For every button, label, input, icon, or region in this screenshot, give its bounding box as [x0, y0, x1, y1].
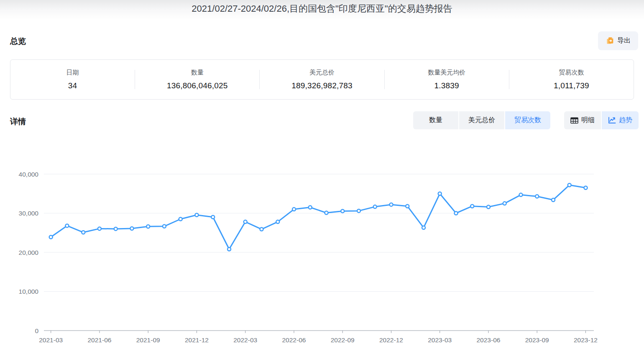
- x-axis-tick-label: 2021-03: [39, 336, 63, 344]
- overview-stats-card: 日期 34 数量 136,806,046,025 美元总价 189,326,98…: [10, 59, 634, 100]
- report-page: 2021/02/27-2024/02/26,目的国包含"印度尼西亚"的交易趋势报…: [0, 0, 644, 354]
- x-axis-tick-label: 2021-12: [185, 336, 209, 344]
- export-document-icon: [606, 36, 614, 45]
- data-point[interactable]: [519, 193, 523, 197]
- export-button[interactable]: 导出: [598, 31, 638, 50]
- x-axis-tick-label: 2023-12: [574, 336, 598, 344]
- tab-quantity[interactable]: 数量: [413, 111, 458, 129]
- stat-label: 日期: [10, 69, 135, 77]
- stat-label: 数量: [135, 69, 259, 77]
- data-point[interactable]: [470, 205, 474, 208]
- data-point[interactable]: [309, 206, 312, 209]
- detail-heading: 详情: [10, 116, 26, 127]
- x-axis-tick-label: 2022-09: [331, 336, 355, 344]
- metric-tab-group: 数量 美元总价 贸易次数: [413, 111, 550, 129]
- data-point[interactable]: [325, 211, 328, 215]
- data-point[interactable]: [195, 213, 198, 217]
- y-axis-tick-label: 20,000: [19, 249, 39, 256]
- data-point[interactable]: [552, 198, 555, 202]
- data-point[interactable]: [82, 231, 85, 234]
- tab-label: 明细: [581, 116, 595, 125]
- data-point[interactable]: [455, 212, 458, 215]
- stat-avg-usd-price: 数量美元均价 1.3839: [385, 69, 509, 90]
- data-point[interactable]: [260, 228, 263, 231]
- y-axis-tick-label: 30,000: [19, 210, 39, 217]
- stat-value: 136,806,046,025: [135, 81, 259, 90]
- y-axis-tick-label: 10,000: [19, 288, 39, 295]
- stat-label: 数量美元均价: [385, 69, 509, 77]
- data-point[interactable]: [422, 226, 425, 229]
- data-point[interactable]: [503, 202, 506, 205]
- trend-chart[interactable]: 010,00020,00030,00040,0002021-032021-062…: [0, 158, 644, 354]
- x-axis-tick-label: 2023-03: [428, 336, 452, 344]
- stat-value: 34: [10, 81, 135, 90]
- stat-date: 日期 34: [10, 69, 135, 90]
- y-axis-tick-label: 40,000: [19, 171, 39, 178]
- data-point[interactable]: [244, 220, 247, 223]
- data-point[interactable]: [535, 195, 539, 198]
- x-axis-tick-label: 2021-09: [136, 336, 160, 344]
- data-point[interactable]: [49, 236, 53, 239]
- tab-label: 数量: [429, 116, 442, 125]
- tab-usd-total[interactable]: 美元总价: [459, 111, 504, 129]
- stat-quantity: 数量 136,806,046,025: [135, 69, 259, 90]
- data-point[interactable]: [227, 248, 231, 251]
- data-point[interactable]: [292, 208, 296, 211]
- data-point[interactable]: [276, 220, 279, 223]
- overview-heading: 总览: [10, 36, 26, 47]
- page-header: 2021/02/27-2024/02/26,目的国包含"印度尼西亚"的交易趋势报…: [0, 0, 644, 22]
- x-axis-tick-label: 2022-12: [379, 336, 403, 344]
- data-point[interactable]: [584, 186, 588, 190]
- data-point[interactable]: [487, 205, 490, 209]
- table-icon: [570, 117, 578, 124]
- tab-label: 贸易次数: [514, 116, 541, 125]
- x-axis-tick-label: 2022-06: [282, 336, 306, 344]
- data-point[interactable]: [163, 225, 166, 228]
- data-point[interactable]: [357, 209, 360, 213]
- trend-chart-svg: 010,00020,00030,00040,0002021-032021-062…: [0, 158, 644, 354]
- y-axis-tick-label: 0: [35, 327, 38, 334]
- tab-trend-view[interactable]: 趋势: [602, 111, 639, 129]
- data-point[interactable]: [406, 205, 409, 208]
- stat-label: 美元总价: [260, 69, 384, 77]
- data-point[interactable]: [390, 203, 393, 206]
- data-point[interactable]: [130, 227, 133, 230]
- tab-trade-count[interactable]: 贸易次数: [505, 111, 550, 129]
- x-axis-tick-label: 2023-09: [525, 336, 549, 344]
- stat-value: 1,011,739: [509, 81, 634, 90]
- view-tab-group: 明细 趋势: [564, 111, 639, 129]
- data-point[interactable]: [211, 215, 215, 219]
- data-point[interactable]: [341, 209, 344, 213]
- trend-line: [51, 185, 586, 249]
- x-axis-tick-label: 2023-06: [477, 336, 501, 344]
- x-axis-tick-label: 2021-06: [88, 336, 112, 344]
- data-point[interactable]: [438, 192, 442, 195]
- data-point[interactable]: [114, 227, 118, 231]
- tab-detail-view[interactable]: 明细: [564, 111, 601, 129]
- data-point[interactable]: [146, 225, 150, 228]
- data-point[interactable]: [373, 205, 377, 208]
- data-point[interactable]: [568, 183, 571, 187]
- stat-value: 1.3839: [385, 81, 509, 90]
- data-point[interactable]: [98, 227, 101, 230]
- x-axis-tick-label: 2022-03: [233, 336, 257, 344]
- stat-trade-count: 贸易次数 1,011,739: [509, 69, 634, 90]
- stat-value: 189,326,982,783: [260, 81, 384, 90]
- export-button-label: 导出: [617, 36, 631, 45]
- stat-usd-total: 美元总价 189,326,982,783: [260, 69, 384, 90]
- data-point[interactable]: [179, 218, 182, 221]
- tab-label: 美元总价: [468, 116, 495, 125]
- tab-label: 趋势: [619, 116, 632, 125]
- page-title: 2021/02/27-2024/02/26,目的国包含"印度尼西亚"的交易趋势报…: [192, 3, 452, 15]
- data-point[interactable]: [65, 224, 69, 227]
- trend-chart-icon: [608, 117, 616, 124]
- stat-label: 贸易次数: [509, 69, 634, 77]
